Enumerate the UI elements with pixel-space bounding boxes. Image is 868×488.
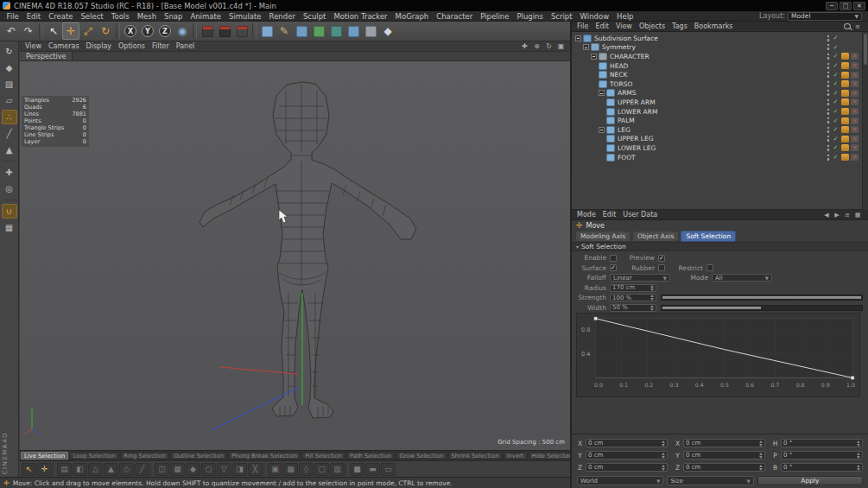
strength-field[interactable]: 100 % [610,294,656,301]
menu-item[interactable]: Edit [592,22,612,30]
spinner-icon[interactable] [650,295,654,301]
weight-tag-icon[interactable] [841,53,849,60]
tree-row[interactable]: LEG [572,125,868,135]
command-icon-11[interactable]: ▽ [217,463,231,476]
object-icon[interactable] [606,98,615,106]
coordinate-input[interactable]: 0 cm [683,439,765,447]
weight-tag-icon[interactable] [841,62,849,69]
redo-icon[interactable]: ↷ [20,22,37,40]
selection-command-button[interactable]: Live Selection [21,452,68,459]
object-label[interactable]: NECK [610,71,628,79]
modeling-command-button[interactable] [345,463,349,476]
weight-tag-icon[interactable] [841,117,849,124]
menu-item[interactable]: Simulate [225,12,266,21]
texture-mode-button[interactable]: ▨ [2,77,17,92]
menu-item[interactable]: Snap [161,12,187,21]
toolbar-button[interactable] [193,23,197,39]
enabled-check-icon[interactable] [832,126,839,133]
menu-icon[interactable] [844,211,851,219]
selection-command-button[interactable]: Grow Selection [396,452,447,459]
command-icon-9[interactable]: ◆ [186,463,200,476]
menu-item[interactable]: Animate [187,12,225,21]
object-label[interactable]: LOWER ARM [618,108,657,116]
enabled-check-icon[interactable] [832,90,839,97]
command-icon-15[interactable]: ▩ [283,463,298,476]
expander-icon[interactable] [599,127,605,133]
menu-item[interactable]: Character [433,12,477,21]
expander-icon[interactable] [599,90,605,96]
toolbar-button[interactable] [39,23,43,39]
modeling-command-button[interactable] [263,463,267,476]
polygons-mode-button[interactable]: ▲ [2,143,17,157]
phong-tag-icon[interactable] [851,126,858,133]
modeling-command-button[interactable] [150,463,154,476]
spinner-icon[interactable] [759,440,763,447]
command-icon-21[interactable]: ▭ [381,463,396,476]
menu-item[interactable]: Sculpt [299,12,330,21]
object-manager-scrollbar[interactable] [862,32,868,210]
edges-mode-button[interactable]: ╱ [2,126,17,141]
shield-icon[interactable]: ◆ [379,22,396,40]
radius-field[interactable]: 170 cm [610,284,656,292]
coordinate-input[interactable]: 0 cm [586,451,668,459]
enabled-check-icon[interactable] [832,53,839,60]
render-picture-viewer-button[interactable] [216,22,233,40]
pan-view-icon[interactable]: ✚ [520,42,529,50]
visibility-dots[interactable] [827,62,830,70]
curve-handle[interactable] [594,317,598,320]
width-field[interactable]: 50 % [610,304,656,312]
menu-item[interactable]: Edit [599,211,620,219]
menu-item[interactable]: Render [265,12,299,21]
list-icon[interactable] [854,22,861,30]
visibility-dots[interactable] [827,117,830,124]
command-icon-18[interactable]: ▥ [330,463,345,476]
expander-icon[interactable] [575,35,581,41]
menu-item[interactable]: View [612,22,636,30]
command-icon-8[interactable]: ▦ [170,463,185,476]
menu-item[interactable]: Panel [173,42,199,50]
weight-tag-icon[interactable] [841,126,849,133]
object-label[interactable]: PALM [618,117,635,124]
enable-axis-button[interactable]: ✚ [2,165,17,180]
visibility-dots[interactable] [827,35,830,42]
object-label[interactable]: UPPER LEG [618,135,654,143]
visibility-dots[interactable] [827,89,830,97]
tree-row[interactable]: UPPER LEG [572,135,868,144]
rotate-tool[interactable]: ↻ [97,22,114,40]
object-icon[interactable] [583,35,592,42]
object-label[interactable]: HEAD [610,62,628,70]
command-icon-20[interactable]: ▬ [365,463,380,476]
phong-tag-icon[interactable] [851,108,858,115]
object-label[interactable]: FOOT [618,154,636,162]
enable-snap-button[interactable]: ∪ [2,204,17,219]
undo-icon[interactable]: ↶ [3,22,20,40]
menu-item[interactable]: Display [83,42,116,50]
phong-tag-icon[interactable] [851,72,858,79]
command-icon-16[interactable]: ◊ [299,463,314,476]
visibility-dots[interactable] [827,53,830,60]
menu-item[interactable]: Pipeline [477,12,513,21]
menu-item[interactable]: Tools [107,12,133,21]
model-mode-button[interactable]: ◆ [2,60,17,75]
apply-button[interactable]: Apply [757,476,863,485]
weight-tag-icon[interactable] [841,72,849,79]
menu-item[interactable]: Help [613,12,637,21]
visibility-dots[interactable] [827,108,830,116]
mode-dropdown[interactable]: All ▼ [712,274,772,282]
coordinate-input[interactable]: 0 ° [781,451,863,459]
tree-row[interactable]: LOWER ARM [572,107,868,117]
curve-handle[interactable] [851,376,854,379]
workplane-snap-button[interactable]: ▦ [2,220,17,235]
visibility-dots[interactable] [827,71,830,79]
grid-icon[interactable] [854,211,861,219]
tree-row[interactable]: HEAD [572,61,868,71]
visibility-dots[interactable] [827,43,830,51]
rotate-view-icon[interactable]: ↻ [544,42,554,50]
enable-checkbox[interactable] [610,255,617,262]
modeling-command-button[interactable] [53,463,56,476]
object-label[interactable]: LEG [618,126,630,134]
menu-item[interactable]: Cameras [45,42,83,50]
close-button[interactable]: ✕ [853,2,865,10]
enabled-check-icon[interactable] [832,144,839,151]
attribute-tab[interactable]: Object Axis [632,231,679,242]
